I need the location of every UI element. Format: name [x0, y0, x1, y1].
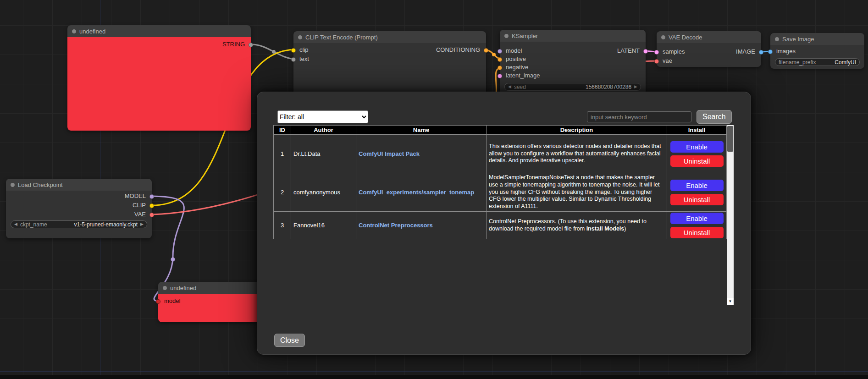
scrollbar-down-arrow-icon[interactable]: ▼ — [727, 298, 734, 305]
input-label: latent_image — [506, 72, 540, 79]
search-input[interactable] — [587, 111, 691, 122]
extension-link[interactable]: ComfyUI_experiments/sampler_tonemap — [359, 189, 474, 196]
ckpt-name-widget[interactable]: ◀ ckpt_name v1-5-pruned-emaonly.ckpt ▶ — [11, 220, 147, 228]
image-output-port[interactable] — [759, 50, 763, 55]
node-title-bar[interactable]: CLIP Text Encode (Prompt) — [293, 31, 486, 43]
enable-button[interactable]: Enable — [670, 141, 724, 153]
collapse-dot-icon[interactable] — [298, 35, 302, 39]
seed-increment-icon[interactable]: ▶ — [634, 83, 637, 91]
header-author: Author — [291, 126, 356, 135]
enable-button[interactable]: Enable — [670, 180, 724, 191]
output-slot-string: STRING — [67, 40, 251, 49]
node-undefined-top[interactable]: undefined STRING — [67, 25, 251, 131]
canvas-bottom-strip — [0, 375, 868, 379]
filter-dropdown[interactable]: Filter: all — [277, 110, 368, 123]
node-title: undefined — [79, 28, 105, 35]
close-button[interactable]: Close — [274, 334, 305, 347]
collapse-dot-icon[interactable] — [163, 286, 167, 290]
node-vae-decode[interactable]: VAE Decode samples vae IMAGE — [657, 31, 761, 67]
input-slot-negative: negative — [500, 63, 646, 71]
wire-string-midpoint-dot — [272, 50, 276, 54]
extension-link[interactable]: ControlNet Preprocessors — [359, 222, 433, 229]
input-label: negative — [506, 64, 528, 71]
node-title: Save Image — [782, 36, 814, 43]
node-title-bar[interactable]: VAE Decode — [657, 31, 761, 43]
node-title-bar[interactable]: undefined — [67, 25, 251, 37]
extension-table-wrapper: ID Author Name Description Install 1 Dr.… — [273, 125, 734, 305]
output-slot-latent: LATENT — [500, 47, 646, 55]
clip-output-port[interactable] — [149, 203, 154, 208]
node-title: VAE Decode — [669, 34, 702, 41]
output-label: IMAGE — [736, 48, 755, 55]
node-title-bar[interactable]: Load Checkpoint — [6, 179, 152, 191]
custom-nodes-manager-dialog: Filter: all Search ID Author Name Descri… — [257, 92, 751, 355]
widget-label: filename_prefix — [779, 59, 816, 66]
output-slot-clip: CLIP — [6, 201, 152, 209]
cell-author: Fannovel16 — [291, 212, 356, 239]
ckpt-prev-icon[interactable]: ◀ — [14, 220, 17, 228]
cell-description: This extension offers various detector n… — [487, 135, 667, 173]
output-label: CLIP — [133, 202, 146, 209]
scrollbar-thumb[interactable] — [727, 126, 733, 152]
cell-author: Dr.Lt.Data — [291, 135, 356, 173]
collapse-dot-icon[interactable] — [72, 29, 76, 33]
seed-decrement-icon[interactable]: ◀ — [508, 83, 511, 91]
node-title: CLIP Text Encode (Prompt) — [305, 34, 378, 41]
collapse-dot-icon[interactable] — [775, 37, 779, 41]
model-input-port[interactable] — [156, 299, 160, 304]
node-save-image[interactable]: Save Image images filename_prefix ComfyU… — [770, 33, 864, 69]
input-slot-positive: positive — [500, 55, 646, 63]
output-label: CONDITIONING — [436, 46, 480, 53]
seed-widget[interactable]: ◀ seed 156680208700286 ▶ — [504, 83, 641, 91]
description-text: ) — [624, 225, 626, 232]
node-undefined-bottom[interactable]: undefined model — [158, 282, 261, 322]
output-slot-conditioning: CONDITIONING — [293, 46, 486, 54]
input-slot-vae: vae — [657, 57, 761, 65]
node-ksampler[interactable]: KSampler model positive negative latent_… — [500, 30, 646, 95]
enable-button[interactable]: Enable — [670, 213, 724, 224]
filename-prefix-widget[interactable]: filename_prefix ComfyUI — [775, 58, 860, 66]
node-load-checkpoint[interactable]: Load Checkpoint MODEL CLIP VAE ◀ ckpt_na… — [6, 179, 152, 238]
widget-value: v1-5-pruned-emaonly.ckpt — [74, 221, 138, 228]
latent-image-input-port[interactable] — [498, 74, 502, 78]
node-title-bar[interactable]: undefined — [158, 282, 261, 294]
output-label: VAE — [134, 211, 146, 218]
search-button[interactable]: Search — [697, 110, 732, 124]
cell-name: ComfyUI_experiments/sampler_tonemap — [356, 173, 487, 212]
images-input-port[interactable] — [768, 49, 773, 54]
table-row: 2 comfyanonymous ComfyUI_experiments/sam… — [274, 173, 727, 212]
uninstall-button[interactable]: Uninstall — [670, 194, 724, 205]
header-name: Name — [356, 126, 487, 135]
collapse-dot-icon[interactable] — [661, 35, 665, 39]
vae-output-port[interactable] — [149, 213, 154, 217]
widget-label: ckpt_name — [20, 221, 47, 228]
description-bold-text: Install Models — [586, 225, 625, 232]
widget-value: 156680208700286 — [586, 84, 631, 90]
ckpt-next-icon[interactable]: ▶ — [140, 220, 144, 228]
cell-name: ComfyUI Impact Pack — [356, 135, 487, 173]
vae-input-port[interactable] — [654, 59, 659, 64]
uninstall-button[interactable]: Uninstall — [670, 227, 724, 238]
output-label: MODEL — [125, 192, 146, 199]
collapse-dot-icon[interactable] — [11, 183, 15, 187]
widget-label: seed — [514, 84, 526, 90]
cell-id: 2 — [274, 173, 291, 212]
table-scrollbar[interactable]: ▼ — [727, 125, 734, 305]
input-slot-images: images — [770, 47, 864, 55]
string-output-port[interactable] — [249, 43, 253, 47]
positive-input-port[interactable] — [498, 57, 502, 62]
model-output-port[interactable] — [149, 194, 154, 199]
node-title-bar[interactable]: KSampler — [500, 30, 646, 42]
cell-install: Enable Uninstall — [667, 135, 727, 173]
input-label: positive — [506, 55, 526, 62]
extension-link[interactable]: ComfyUI Impact Pack — [359, 150, 420, 157]
latent-output-port[interactable] — [643, 49, 648, 54]
cell-description: ControlNet Preprocessors. (To use this e… — [487, 212, 667, 239]
negative-input-port[interactable] — [498, 66, 502, 70]
node-title-bar[interactable]: Save Image — [770, 33, 864, 45]
uninstall-button[interactable]: Uninstall — [670, 155, 724, 167]
collapse-dot-icon[interactable] — [504, 34, 509, 38]
conditioning-output-port[interactable] — [484, 48, 488, 53]
text-input-port[interactable] — [291, 57, 296, 62]
table-row: 1 Dr.Lt.Data ComfyUI Impact Pack This ex… — [274, 135, 727, 173]
